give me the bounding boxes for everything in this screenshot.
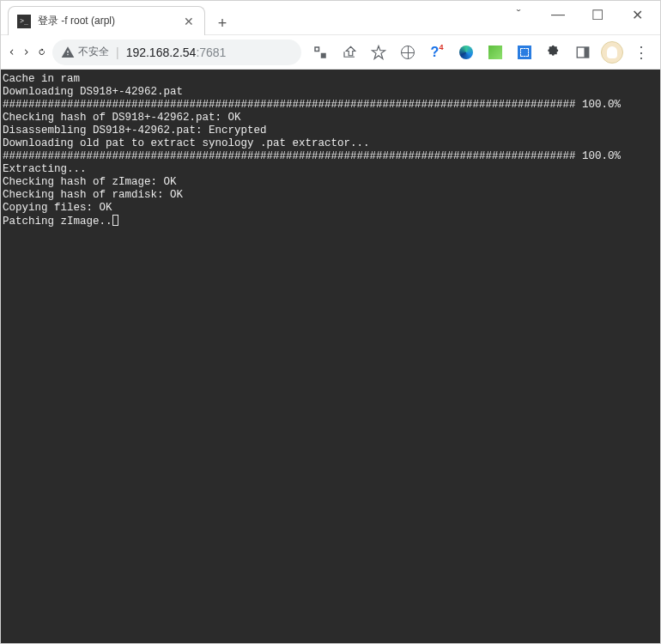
warning-triangle-icon (61, 46, 75, 59)
translate-icon (312, 45, 328, 60)
tab-title: 登录 -f root (arpl) (38, 14, 175, 28)
share-icon (342, 45, 357, 60)
puzzle-icon (546, 45, 561, 60)
address-port: :7681 (196, 46, 226, 59)
terminal-line: ########################################… (3, 150, 621, 162)
translate-button[interactable] (308, 40, 332, 64)
address-bar[interactable]: 不安全 | 192.168.2.54:7681 (52, 39, 301, 65)
nav-reload-button[interactable] (38, 40, 45, 64)
tab-strip: 登录 -f root (arpl) ✕ + (1, 1, 499, 35)
terminal-line: ########################################… (3, 99, 621, 111)
terminal-line: Extracting... (3, 163, 87, 175)
svg-rect-1 (585, 47, 589, 58)
terminal-line: Checking hash of ramdisk: OK (3, 189, 183, 201)
terminal-line: Patching zImage.. (3, 216, 112, 228)
terminal-cursor (112, 215, 118, 226)
address-host: 192.168.2.54 (126, 46, 197, 59)
extension-screenshot[interactable] (512, 40, 537, 64)
toolbar-actions: ?4 ⋮ (308, 40, 653, 64)
sidepanel-icon (575, 45, 591, 60)
side-panel-button[interactable] (571, 40, 595, 64)
address-separator: | (116, 46, 119, 59)
extension-globe[interactable] (396, 40, 420, 64)
arrow-left-icon (8, 48, 15, 56)
profile-button[interactable] (600, 40, 624, 64)
screenshot-icon (518, 46, 531, 59)
terminal-output[interactable]: Cache in ram Downloading DS918+-42962.pa… (1, 70, 660, 644)
browser-tab-active[interactable]: 登录 -f root (arpl) ✕ (8, 6, 205, 35)
browser-toolbar: 不安全 | 192.168.2.54:7681 ?4 ⋮ (1, 35, 660, 70)
new-tab-button[interactable]: + (210, 11, 234, 35)
nav-forward-button[interactable] (22, 40, 30, 64)
nav-back-button[interactable] (8, 40, 15, 64)
reload-icon (38, 48, 45, 56)
globe-icon (401, 46, 415, 59)
star-icon (371, 45, 386, 60)
avatar-icon (601, 41, 623, 64)
extension-idm[interactable] (483, 40, 507, 64)
bookmark-button[interactable] (367, 40, 391, 64)
badge-count: 4 (439, 43, 443, 52)
tab-close-button[interactable]: ✕ (182, 15, 196, 28)
terminal-line: Checking hash of zImage: OK (3, 176, 177, 188)
download-manager-icon (488, 46, 502, 59)
edge-icon (459, 46, 473, 59)
window-titlebar: 登录 -f root (arpl) ✕ + ˇ — ☐ ✕ (1, 1, 660, 35)
menu-button[interactable]: ⋮ (629, 40, 653, 64)
address-url: 192.168.2.54:7681 (126, 46, 227, 59)
terminal-line: Downloading old pat to extract synology … (3, 137, 370, 149)
insecure-label: 不安全 (78, 45, 109, 59)
terminal-line: Checking hash of DS918+-42962.pat: OK (3, 112, 241, 124)
arrow-right-icon (22, 48, 30, 56)
insecure-badge[interactable]: 不安全 (61, 45, 109, 59)
window-minimize-button[interactable]: — (538, 1, 578, 28)
window-controls: ˇ — ☐ ✕ (499, 1, 660, 28)
window-close-button[interactable]: ✕ (617, 1, 657, 28)
window-dropdown-button[interactable]: ˇ (499, 1, 538, 28)
question-icon: ? (431, 45, 440, 60)
window-maximize-button[interactable]: ☐ (578, 1, 617, 28)
terminal-line: Downloading DS918+-42962.pat (3, 86, 183, 98)
share-button[interactable] (337, 40, 361, 64)
terminal-line: Copying files: OK (3, 202, 112, 214)
extensions-button[interactable] (542, 40, 566, 64)
terminal-favicon-icon (17, 15, 31, 28)
extension-edge[interactable] (454, 40, 478, 64)
terminal-line: Cache in ram (3, 73, 80, 85)
terminal-line: Disassembling DS918+-42962.pat: Encrypte… (3, 125, 267, 137)
extension-question[interactable]: ?4 (425, 40, 449, 64)
